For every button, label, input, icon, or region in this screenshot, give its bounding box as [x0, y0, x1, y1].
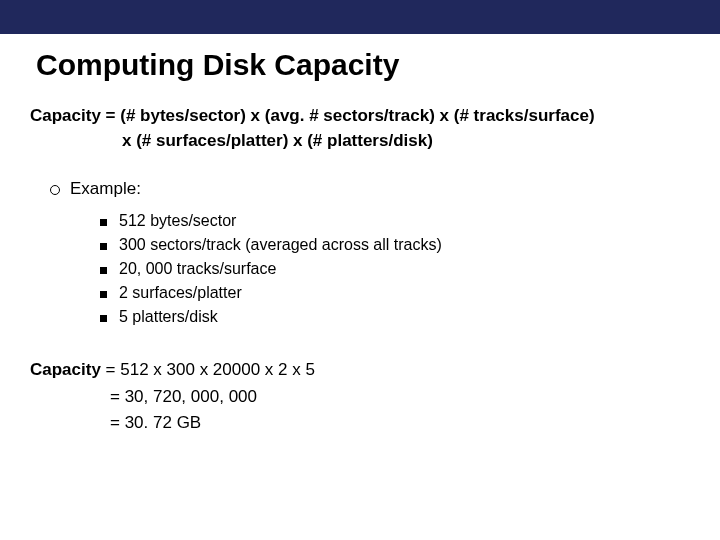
calc-line-1: Capacity = 512 x 300 x 20000 x 2 x 5: [30, 357, 690, 383]
calc-expr-1: = 512 x 300 x 20000 x 2 x 5: [101, 360, 315, 379]
circle-bullet-icon: [50, 185, 60, 195]
example-heading: Example:: [50, 179, 690, 199]
list-item: 20, 000 tracks/surface: [100, 257, 690, 281]
square-bullet-icon: [100, 291, 107, 298]
example-item-text: 512 bytes/sector: [119, 212, 236, 229]
capacity-formula: Capacity = (# bytes/sector) x (avg. # se…: [30, 104, 690, 153]
square-bullet-icon: [100, 219, 107, 226]
square-bullet-icon: [100, 267, 107, 274]
list-item: 300 sectors/track (averaged across all t…: [100, 233, 690, 257]
list-item: 512 bytes/sector: [100, 209, 690, 233]
square-bullet-icon: [100, 243, 107, 250]
formula-line-1: Capacity = (# bytes/sector) x (avg. # se…: [30, 104, 690, 129]
square-bullet-icon: [100, 315, 107, 322]
example-item-text: 20, 000 tracks/surface: [119, 260, 276, 277]
example-item-text: 5 platters/disk: [119, 308, 218, 325]
header-bar: [0, 0, 720, 34]
slide-content: Computing Disk Capacity Capacity = (# by…: [0, 48, 720, 436]
example-item-text: 2 surfaces/platter: [119, 284, 242, 301]
list-item: 2 surfaces/platter: [100, 281, 690, 305]
calc-line-3: = 30. 72 GB: [30, 410, 690, 436]
calc-line-2: = 30, 720, 000, 000: [30, 384, 690, 410]
example-list: 512 bytes/sector 300 sectors/track (aver…: [100, 209, 690, 329]
capacity-label: Capacity: [30, 360, 101, 379]
page-title: Computing Disk Capacity: [36, 48, 690, 82]
example-label: Example:: [70, 179, 141, 198]
formula-line-2: x (# surfaces/platter) x (# platters/dis…: [30, 129, 690, 154]
example-item-text: 300 sectors/track (averaged across all t…: [119, 236, 442, 253]
calculation-block: Capacity = 512 x 300 x 20000 x 2 x 5 = 3…: [30, 357, 690, 436]
list-item: 5 platters/disk: [100, 305, 690, 329]
